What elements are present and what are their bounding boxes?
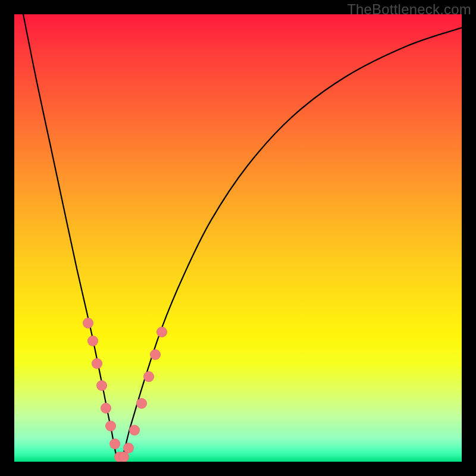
plot-area <box>14 14 462 462</box>
data-marker <box>101 403 111 414</box>
data-marker <box>96 380 107 391</box>
data-marker <box>156 327 167 337</box>
data-marker <box>105 421 116 431</box>
chart-frame: TheBottleneck.com <box>0 0 476 476</box>
data-marker <box>150 349 161 360</box>
data-marker <box>143 371 154 382</box>
data-marker <box>83 318 93 328</box>
data-marker <box>87 336 98 346</box>
watermark-text: TheBottleneck.com <box>347 1 471 18</box>
data-marker <box>109 439 120 449</box>
data-marker <box>92 358 102 369</box>
bottleneck-curve <box>14 14 462 462</box>
data-marker <box>129 425 140 436</box>
